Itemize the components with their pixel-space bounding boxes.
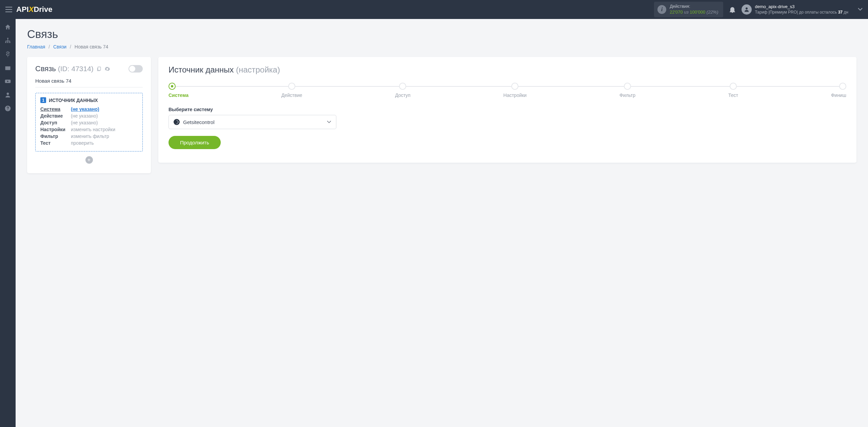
crumb-current: Новая связь 74 (75, 44, 108, 49)
chevron-down-icon (858, 8, 863, 11)
step-system[interactable]: Система (169, 83, 189, 98)
add-block-button[interactable]: + (85, 156, 93, 164)
svg-rect-1 (7, 38, 8, 39)
svg-rect-2 (5, 42, 6, 43)
step-settings[interactable]: Настройки (504, 83, 527, 98)
row-access-value: (не указано) (71, 120, 138, 125)
summary-id: (ID: 47314) (58, 65, 94, 73)
step-finish[interactable]: Финиш (831, 83, 846, 98)
svg-rect-5 (5, 66, 11, 70)
actions-indicator[interactable]: i Действия: 22'070 из 100'000 (22%) (654, 2, 723, 17)
hamburger-icon[interactable] (5, 7, 12, 12)
source-block-title: ИСТОЧНИК ДАННЫХ (49, 98, 98, 103)
system-select-label: Выберите систему (169, 107, 846, 112)
row-filter-label[interactable]: Фильтр (40, 134, 71, 139)
info-icon: i (657, 5, 666, 14)
crumb-links[interactable]: Связи (53, 44, 66, 49)
actions-used: 22'070 (670, 9, 683, 15)
step-access[interactable]: Доступ (395, 83, 411, 98)
enable-toggle[interactable] (129, 65, 143, 73)
row-access-label[interactable]: Доступ (40, 120, 71, 125)
connection-name: Новая связь 74 (35, 78, 143, 87)
account-menu[interactable]: demo_apix-drive_s3 Тариф |Премиум PRO| д… (742, 4, 863, 15)
logo-x: X (29, 5, 34, 14)
logo[interactable]: APIXDrive (16, 5, 52, 14)
summary-title: Связь (35, 64, 56, 73)
connections-icon[interactable] (4, 37, 11, 44)
svg-rect-9 (98, 67, 101, 70)
chevron-down-icon (327, 121, 331, 123)
step-filter[interactable]: Фильтр (619, 83, 635, 98)
source-block: 1 ИСТОЧНИК ДАННЫХ Система (не указано) Д… (35, 93, 143, 151)
svg-point-0 (746, 7, 748, 9)
avatar-icon (742, 4, 752, 15)
step-badge: 1 (40, 97, 46, 103)
system-selected: Getsitecontrol (183, 119, 215, 125)
crumb-home[interactable]: Главная (27, 44, 45, 49)
row-system-value[interactable]: (не указано) (71, 106, 138, 112)
account-text: demo_apix-drive_s3 Тариф |Премиум PRO| д… (755, 4, 848, 15)
help-icon[interactable] (4, 105, 11, 112)
gear-icon[interactable] (104, 66, 110, 72)
step-action[interactable]: Действие (281, 83, 302, 98)
copy-icon[interactable] (96, 66, 102, 72)
actions-text: Действия: 22'070 из 100'000 (22%) (670, 4, 718, 15)
row-system-label[interactable]: Система (40, 106, 71, 112)
actions-label: Действия: (670, 4, 718, 9)
row-settings-label[interactable]: Настройки (40, 127, 71, 132)
user-icon[interactable] (4, 92, 11, 98)
briefcase-icon[interactable] (4, 64, 11, 71)
source-setup-card: Источник данных (настройка) Система Дейс… (158, 57, 856, 163)
row-test-value[interactable]: проверить (71, 140, 138, 146)
step-test[interactable]: Тест (728, 83, 738, 98)
logo-text-pre: API (16, 5, 29, 14)
svg-rect-4 (9, 42, 10, 43)
row-action-label[interactable]: Действие (40, 113, 71, 119)
setup-title: Источник данных (настройка) (169, 65, 846, 75)
top-bar: APIXDrive i Действия: 22'070 из 100'000 … (0, 0, 868, 19)
actions-total: 100'000 (690, 9, 705, 15)
continue-button[interactable]: Продолжить (169, 136, 221, 149)
bell-icon[interactable] (729, 6, 735, 13)
svg-point-7 (7, 93, 9, 95)
connection-summary-card: Связь (ID: 47314) Новая связь 74 1 ИСТОЧ… (27, 57, 151, 173)
stepper: Система Действие Доступ Настройки Фильтр… (169, 83, 846, 98)
row-filter-value[interactable]: изменить фильтр (71, 134, 138, 139)
left-nav (0, 19, 16, 427)
system-logo-icon (174, 119, 180, 125)
breadcrumb: Главная / Связи / Новая связь 74 (27, 44, 856, 49)
row-test-label[interactable]: Тест (40, 140, 71, 146)
video-icon[interactable] (4, 78, 11, 85)
billing-icon[interactable] (4, 51, 11, 58)
account-name: demo_apix-drive_s3 (755, 4, 848, 10)
svg-rect-3 (7, 42, 8, 43)
row-action-value: (не указано) (71, 113, 138, 119)
logo-text-post: Drive (34, 5, 52, 14)
home-icon[interactable] (4, 24, 11, 30)
page-title: Связь (27, 28, 856, 41)
row-settings-value[interactable]: изменить настройки (71, 127, 138, 132)
system-select[interactable]: Getsitecontrol (169, 115, 336, 129)
